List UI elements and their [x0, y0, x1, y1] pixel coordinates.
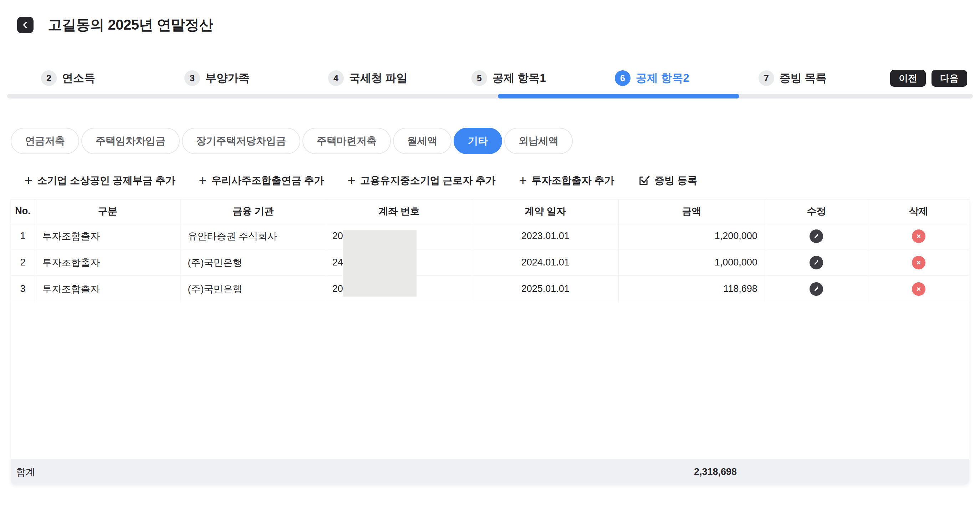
row-category: 투자조합출자	[35, 276, 180, 302]
step-badge: 4	[328, 70, 344, 86]
plus-icon: +	[199, 173, 207, 187]
row-contract-date: 2024.01.01	[472, 249, 619, 276]
pill-home-purchase-savings[interactable]: 주택마련저축	[302, 128, 391, 154]
x-icon	[915, 286, 922, 292]
col-header-delete: 삭제	[869, 200, 969, 223]
total-label: 합계	[11, 459, 326, 485]
action-label: 증빙 등록	[654, 174, 697, 187]
table-row: 1 투자조합출자 유안타증권 주식회사 200 2023.01.01 1,200…	[11, 223, 969, 249]
step-tab-deduction-items-1[interactable]: 5 공제 항목1	[471, 70, 546, 86]
step-label: 증빙 목록	[780, 71, 827, 86]
plus-icon: +	[519, 173, 527, 187]
row-contract-date: 2023.01.01	[472, 223, 619, 249]
table-empty-area	[11, 302, 969, 459]
next-button[interactable]: 다음	[932, 70, 967, 87]
table-header-row: No. 구분 금융 기관 계좌 번호 계약 일자 금액 수정 삭제	[11, 200, 969, 223]
step-nav-buttons: 이전 다음	[890, 70, 967, 87]
table-footer-row: 합계 2,318,698	[11, 459, 969, 485]
x-icon	[915, 233, 922, 239]
action-label: 투자조합출자 추가	[532, 174, 614, 187]
add-esop-contribution-button[interactable]: + 우리사주조합출연금 추가	[199, 174, 324, 187]
pill-pension-savings[interactable]: 연금저축	[11, 128, 79, 154]
col-header-account: 계좌 번호	[326, 200, 473, 223]
pill-housing-rental-loan[interactable]: 주택임차차입금	[81, 128, 180, 154]
row-amount: 1,000,000	[619, 249, 765, 276]
plus-icon: +	[348, 173, 356, 187]
pill-other[interactable]: 기타	[453, 128, 502, 154]
pill-foreign-tax[interactable]: 외납세액	[504, 128, 573, 154]
step-progress-track	[7, 94, 973, 99]
action-label: 소기업 소상공인 공제부금 추가	[37, 174, 175, 187]
step-badge: 6	[615, 70, 630, 86]
step-tab-proof-list[interactable]: 7 증빙 목록	[759, 70, 827, 86]
step-badge: 5	[471, 70, 487, 86]
step-badge: 7	[759, 70, 774, 86]
row-no: 2	[11, 249, 35, 276]
step-label: 공제 항목2	[636, 71, 689, 86]
row-category: 투자조합출자	[35, 249, 180, 276]
year-end-settlement-page: 고길동의 2025년 연말정산 2 연소득 3 부양가족 4 국세청 파일 5 …	[0, 0, 980, 506]
pill-monthly-rent[interactable]: 월세액	[393, 128, 452, 154]
ballot-check-icon	[638, 174, 650, 187]
col-header-no: No.	[11, 200, 35, 223]
step-label: 부양가족	[205, 71, 250, 86]
action-label: 우리사주조합출연금 추가	[212, 174, 324, 187]
delete-button[interactable]	[912, 230, 926, 243]
x-icon	[915, 259, 922, 266]
deduction-category-tabs: 연금저축 주택임차차입금 장기주택저당차입금 주택마련저축 월세액 기타 외납세…	[11, 128, 573, 154]
previous-button[interactable]: 이전	[890, 70, 926, 87]
step-label: 연소득	[62, 71, 95, 86]
table-actions: + 소기업 소상공인 공제부금 추가 + 우리사주조합출연금 추가 + 고용유지…	[25, 172, 697, 189]
col-header-date: 계약 일자	[472, 200, 619, 223]
edit-button[interactable]	[810, 256, 823, 270]
total-amount: 2,318,698	[642, 459, 789, 485]
row-category: 투자조합출자	[35, 223, 180, 249]
row-institution: (주)국민은행	[180, 276, 326, 302]
table-row: 3 투자조합출자 (주)국민은행 203 2025.01.01 118,698	[11, 276, 969, 302]
step-tab-deduction-items-2[interactable]: 6 공제 항목2	[615, 70, 689, 86]
scroll-fade-overlay	[835, 66, 892, 91]
row-contract-date: 2025.01.01	[472, 276, 619, 302]
step-label: 국세청 파일	[349, 71, 407, 86]
register-proof-button[interactable]: 증빙 등록	[638, 174, 697, 187]
edit-button[interactable]	[810, 282, 823, 296]
step-navigation: 2 연소득 3 부양가족 4 국세청 파일 5 공제 항목1 6 공제 항목2 …	[0, 0, 980, 104]
delete-button[interactable]	[912, 256, 926, 270]
table-row: 2 투자조합출자 (주)국민은행 244 2024.01.01 1,000,00…	[11, 249, 969, 276]
row-no: 1	[11, 223, 35, 249]
add-small-business-deduction-button[interactable]: + 소기업 소상공인 공제부금 추가	[25, 174, 175, 187]
step-label: 공제 항목1	[493, 71, 546, 86]
col-header-category: 구분	[35, 200, 180, 223]
edit-button[interactable]	[810, 230, 823, 243]
step-progress-active-segment	[498, 94, 739, 99]
step-tab-nts-file[interactable]: 4 국세청 파일	[328, 70, 407, 86]
account-number-redaction-overlay	[343, 230, 417, 297]
pencil-icon	[813, 286, 820, 293]
add-investment-partnership-button[interactable]: + 투자조합출자 추가	[519, 174, 614, 187]
step-badge: 2	[41, 70, 57, 86]
pill-long-term-mortgage[interactable]: 장기주택저당차입금	[182, 128, 300, 154]
col-header-institution: 금융 기관	[180, 200, 326, 223]
pencil-icon	[813, 259, 820, 266]
plus-icon: +	[25, 173, 32, 187]
step-tab-dependents[interactable]: 3 부양가족	[185, 70, 250, 86]
col-header-edit: 수정	[765, 200, 869, 223]
row-institution: (주)국민은행	[180, 249, 326, 276]
row-amount: 118,698	[619, 276, 765, 302]
row-amount: 1,200,000	[619, 223, 765, 249]
investment-partnership-table: No. 구분 금융 기관 계좌 번호 계약 일자 금액 수정 삭제 1 투자조합…	[11, 199, 969, 485]
delete-button[interactable]	[912, 282, 926, 296]
step-badge: 3	[185, 70, 200, 86]
add-employment-retention-button[interactable]: + 고용유지중소기업 근로자 추가	[348, 174, 496, 187]
col-header-amount: 금액	[619, 200, 765, 223]
step-tab-yearly-income[interactable]: 2 연소득	[41, 70, 95, 86]
row-institution: 유안타증권 주식회사	[180, 223, 326, 249]
row-no: 3	[11, 276, 35, 302]
action-label: 고용유지중소기업 근로자 추가	[360, 174, 496, 187]
pencil-icon	[813, 233, 820, 240]
